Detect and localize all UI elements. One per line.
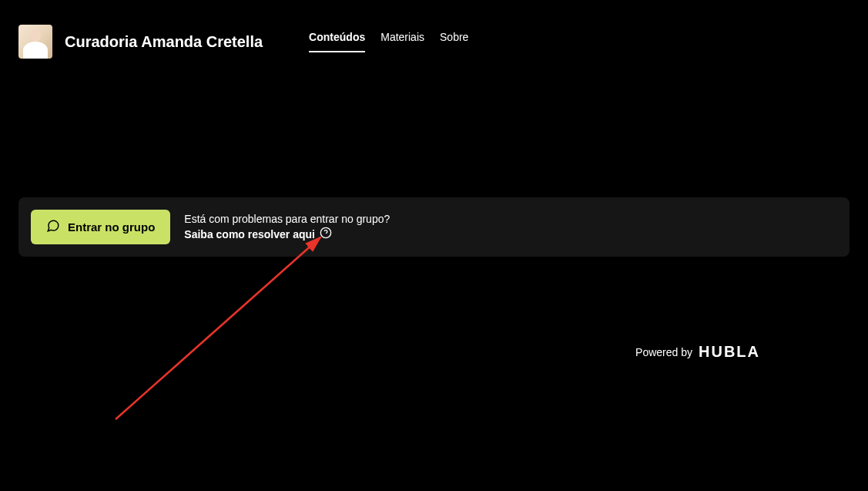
page-title: Curadoria Amanda Cretella — [65, 33, 263, 51]
tab-materiais[interactable]: Materiais — [380, 31, 424, 52]
annotation-arrow — [111, 231, 334, 424]
action-bar: Entrar no grupo Está com problemas para … — [18, 197, 850, 257]
tab-conteudos[interactable]: Conteúdos — [309, 31, 365, 52]
help-link[interactable]: Saiba como resolver aqui — [184, 228, 315, 240]
svg-line-3 — [116, 237, 320, 419]
whatsapp-icon — [46, 219, 60, 235]
help-question: Está com problemas para entrar no grupo? — [184, 213, 390, 225]
avatar — [18, 25, 52, 59]
brand: Curadoria Amanda Cretella — [18, 25, 263, 59]
nav-tabs: Conteúdos Materiais Sobre — [309, 31, 468, 52]
tab-sobre[interactable]: Sobre — [440, 31, 468, 52]
join-group-button[interactable]: Entrar no grupo — [31, 210, 170, 244]
help-text: Está com problemas para entrar no grupo?… — [184, 213, 390, 242]
help-icon[interactable] — [320, 227, 332, 242]
help-link-row: Saiba como resolver aqui — [184, 227, 390, 242]
hubla-logo: HUBLA — [699, 343, 760, 361]
content-area: Entrar no grupo Está com problemas para … — [0, 197, 868, 257]
header: Curadoria Amanda Cretella Conteúdos Mate… — [0, 0, 868, 74]
join-button-label: Entrar no grupo — [68, 220, 155, 234]
powered-by-text: Powered by — [635, 346, 692, 358]
powered-by: Powered by HUBLA — [635, 343, 760, 361]
